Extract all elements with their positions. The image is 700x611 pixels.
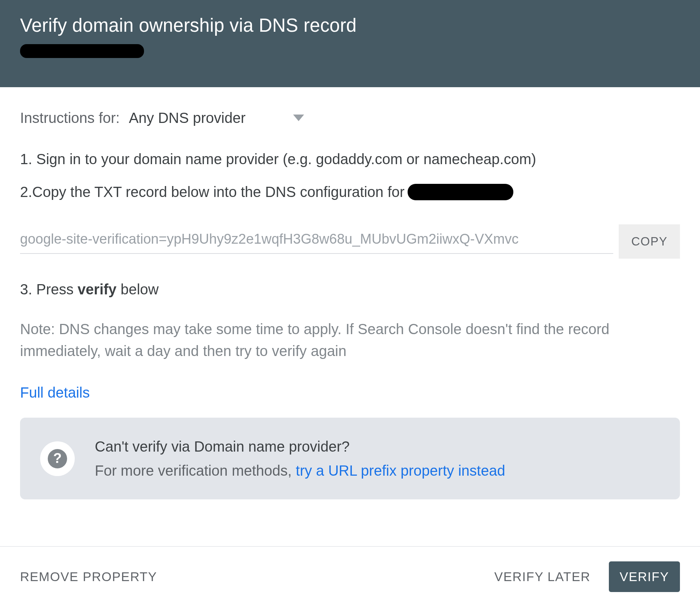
step-3-bold: verify	[78, 281, 117, 297]
step-3-b: below	[117, 281, 159, 297]
alt-verify-body: For more verification methods, try a URL…	[95, 460, 505, 481]
step-2-text: Copy the TXT record below into the DNS c…	[32, 181, 404, 202]
step-1: 1. Sign in to your domain name provider …	[20, 148, 680, 170]
alt-verify-text: Can't verify via Domain name provider? F…	[95, 436, 505, 481]
dns-provider-dropdown[interactable]: Any DNS provider	[129, 107, 304, 128]
txt-record-row: google-site-verification=ypH9Uhy9z2e1wqf…	[20, 224, 680, 259]
svg-marker-0	[293, 115, 304, 121]
dialog-title: Verify domain ownership via DNS record	[20, 15, 680, 36]
full-details-link[interactable]: Full details	[20, 382, 90, 403]
dialog-content: Instructions for: Any DNS provider 1. Si…	[0, 87, 700, 546]
step-3: 3. Press verify below	[20, 279, 680, 300]
redacted-domain	[20, 44, 144, 58]
alt-verify-body-text: For more verification methods,	[95, 463, 296, 479]
redacted-domain-inline	[408, 184, 513, 200]
help-icon: ?	[40, 441, 75, 476]
dialog-footer: REMOVE PROPERTY VERIFY LATER VERIFY	[0, 546, 700, 611]
step-3-prefix: 3.	[20, 281, 36, 297]
instructions-row: Instructions for: Any DNS provider	[20, 107, 680, 128]
alt-verify-title: Can't verify via Domain name provider?	[95, 436, 505, 457]
footer-actions: VERIFY LATER VERIFY	[494, 561, 680, 592]
url-prefix-link[interactable]: try a URL prefix property instead	[296, 463, 505, 479]
verify-button[interactable]: VERIFY	[609, 561, 680, 592]
step-1-text: Sign in to your domain name provider (e.…	[36, 151, 536, 167]
verify-later-button[interactable]: VERIFY LATER	[494, 569, 591, 584]
step-3-a: Press	[36, 281, 77, 297]
verify-domain-dialog: Verify domain ownership via DNS record I…	[0, 0, 700, 611]
txt-record-input[interactable]: google-site-verification=ypH9Uhy9z2e1wqf…	[20, 229, 613, 254]
copy-button[interactable]: COPY	[619, 224, 680, 259]
chevron-down-icon	[293, 115, 304, 121]
instructions-label: Instructions for:	[20, 107, 120, 128]
step-2-prefix: 2.	[20, 181, 32, 202]
alt-verify-card: ? Can't verify via Domain name provider?…	[20, 418, 680, 499]
question-mark-icon: ?	[48, 449, 67, 468]
remove-property-button[interactable]: REMOVE PROPERTY	[20, 569, 157, 584]
dns-provider-selected: Any DNS provider	[129, 107, 245, 128]
dialog-header: Verify domain ownership via DNS record	[0, 0, 700, 87]
step-2: 2. Copy the TXT record below into the DN…	[20, 181, 680, 202]
step-1-prefix: 1.	[20, 151, 36, 167]
dns-note: Note: DNS changes may take some time to …	[20, 318, 680, 362]
